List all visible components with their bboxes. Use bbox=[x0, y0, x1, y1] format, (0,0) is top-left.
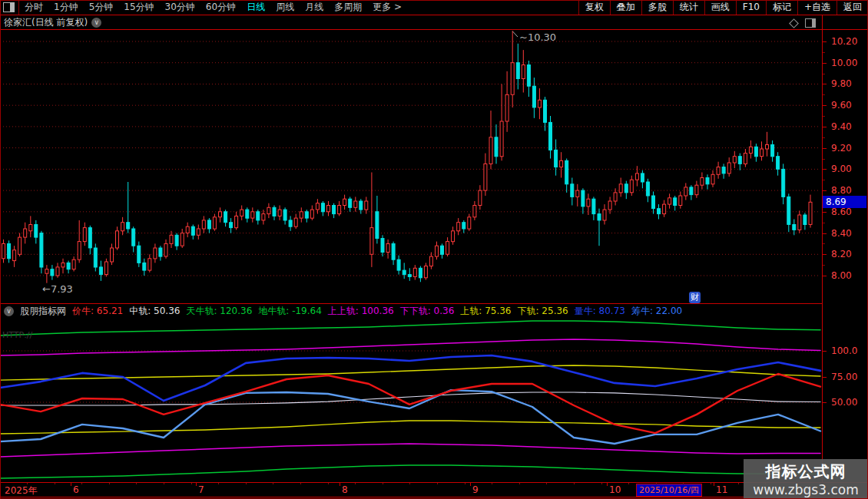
candle-body bbox=[777, 157, 780, 170]
action-button-统计[interactable]: 统计 bbox=[673, 0, 704, 15]
period-tab-15分钟[interactable]: 15分钟 bbox=[118, 2, 159, 12]
candle-body bbox=[511, 63, 514, 95]
candle-body bbox=[61, 263, 65, 267]
candle-body bbox=[727, 163, 731, 173]
indicator-axis-label: 50.00 bbox=[831, 397, 857, 408]
month-tick bbox=[607, 483, 608, 486]
week-tick bbox=[218, 483, 219, 484]
indicator-axis-tick bbox=[823, 351, 827, 352]
week-tick bbox=[601, 483, 602, 484]
month-tick bbox=[470, 483, 471, 486]
week-tick bbox=[711, 483, 711, 484]
week-tick bbox=[81, 483, 82, 484]
action-button-+自选[interactable]: +自选 bbox=[797, 0, 837, 15]
layout-split-icon[interactable] bbox=[3, 2, 15, 12]
candle-body bbox=[143, 263, 146, 270]
indicator-reading-天牛轨: 天牛轨: 120.36 bbox=[186, 306, 252, 316]
candle-body bbox=[619, 184, 622, 193]
week-tick bbox=[574, 483, 575, 484]
action-button-多股[interactable]: 多股 bbox=[641, 0, 673, 15]
candle-body bbox=[94, 248, 97, 267]
week-tick bbox=[465, 483, 465, 484]
candle-body bbox=[45, 269, 48, 274]
period-tab-多周期[interactable]: 多周期 bbox=[329, 2, 367, 12]
candle-body bbox=[646, 182, 649, 196]
candle-body bbox=[516, 63, 519, 79]
candle-body bbox=[251, 212, 254, 218]
indicator-line-tian-niu-gui bbox=[0, 321, 820, 335]
candle-body bbox=[67, 263, 70, 269]
week-tick bbox=[519, 483, 520, 484]
candle-body bbox=[452, 231, 455, 242]
candle-body bbox=[257, 212, 260, 220]
action-button-标记[interactable]: 标记 bbox=[766, 0, 797, 15]
price-axis-minor-tick bbox=[823, 94, 825, 95]
indicator-chart[interactable] bbox=[0, 318, 822, 482]
candle-body bbox=[544, 100, 547, 122]
candle-body bbox=[51, 269, 54, 276]
candle-body bbox=[116, 231, 119, 248]
week-tick bbox=[191, 483, 192, 484]
pane-layout-icon[interactable] bbox=[805, 18, 816, 28]
indicator-svg[interactable] bbox=[0, 318, 822, 482]
action-button-返回[interactable]: 返回 bbox=[837, 0, 868, 15]
price-axis-label: 8.20 bbox=[831, 249, 852, 259]
candle-svg[interactable]: ~10.30←7.93 bbox=[0, 30, 822, 303]
period-tab-60分钟[interactable]: 60分钟 bbox=[200, 2, 241, 12]
action-button-画线[interactable]: 画线 bbox=[704, 0, 736, 15]
candle-body bbox=[771, 145, 774, 157]
candle-body bbox=[83, 228, 86, 242]
period-tab-5分钟[interactable]: 5分钟 bbox=[84, 2, 119, 12]
candle-body bbox=[240, 210, 244, 216]
indicator-source: 股朋指标网 bbox=[20, 305, 66, 318]
candle-body bbox=[181, 233, 184, 246]
chevron-down-icon[interactable]: ∨ bbox=[91, 18, 101, 28]
candle-body bbox=[294, 218, 297, 226]
indicator-chevron-icon[interactable]: ∨ bbox=[4, 306, 14, 316]
candle-body bbox=[571, 184, 574, 197]
candlestick-chart[interactable]: ~10.30←7.93 bbox=[0, 30, 822, 303]
indicator-reading-上上轨: 上上轨: 100.36 bbox=[328, 306, 394, 316]
price-axis-minor-tick bbox=[823, 159, 825, 160]
month-label-7: 7 bbox=[198, 484, 204, 495]
period-tab-30分钟[interactable]: 30分钟 bbox=[160, 2, 200, 12]
candle-body bbox=[376, 212, 379, 239]
action-button-叠加[interactable]: 叠加 bbox=[610, 0, 641, 15]
candle-body bbox=[56, 267, 59, 276]
price-axis-label: 9.40 bbox=[831, 121, 852, 132]
period-tab-1分钟[interactable]: 1分钟 bbox=[48, 2, 84, 12]
candle-body bbox=[527, 65, 530, 87]
candle-body bbox=[186, 226, 189, 233]
week-tick bbox=[738, 483, 739, 484]
candle-body bbox=[679, 196, 682, 206]
news-badge[interactable]: 财 bbox=[689, 292, 701, 303]
period-tab-分时[interactable]: 分时 bbox=[19, 2, 48, 12]
action-button-F10[interactable]: F10 bbox=[736, 0, 766, 15]
indicator-reading-地牛轨: 地牛轨: -19.64 bbox=[258, 306, 322, 316]
candle-body bbox=[305, 212, 308, 218]
high-pointer-line bbox=[513, 31, 518, 37]
period-tab-更多 >[interactable]: 更多 > bbox=[367, 2, 407, 12]
action-toolbar: 复权叠加多股统计画线F10标记+自选返回 bbox=[578, 0, 868, 15]
week-tick bbox=[27, 483, 28, 484]
candle-body bbox=[749, 147, 752, 153]
period-tab-周线[interactable]: 周线 bbox=[270, 2, 300, 12]
candle-body bbox=[13, 250, 16, 261]
title-bar: 徐家汇(日线 前复权) ∨ bbox=[0, 15, 868, 30]
candle-body bbox=[343, 199, 346, 205]
candle-body bbox=[278, 210, 281, 216]
candle-body bbox=[202, 220, 205, 229]
candle-body bbox=[170, 235, 173, 243]
diamond-icon[interactable] bbox=[789, 18, 799, 28]
candle-body bbox=[560, 160, 563, 167]
period-tab-日线[interactable]: 日线 bbox=[241, 2, 270, 12]
action-button-复权[interactable]: 复权 bbox=[578, 0, 610, 15]
candle-body bbox=[224, 212, 227, 223]
date-box: 2025/10/16/四 bbox=[636, 484, 702, 497]
period-tab-月线[interactable]: 月线 bbox=[300, 2, 329, 12]
week-tick bbox=[273, 483, 273, 484]
candle-body bbox=[717, 167, 720, 175]
price-axis-label: 8.80 bbox=[831, 185, 852, 196]
candle-body bbox=[495, 137, 498, 157]
candle-body bbox=[722, 167, 725, 173]
